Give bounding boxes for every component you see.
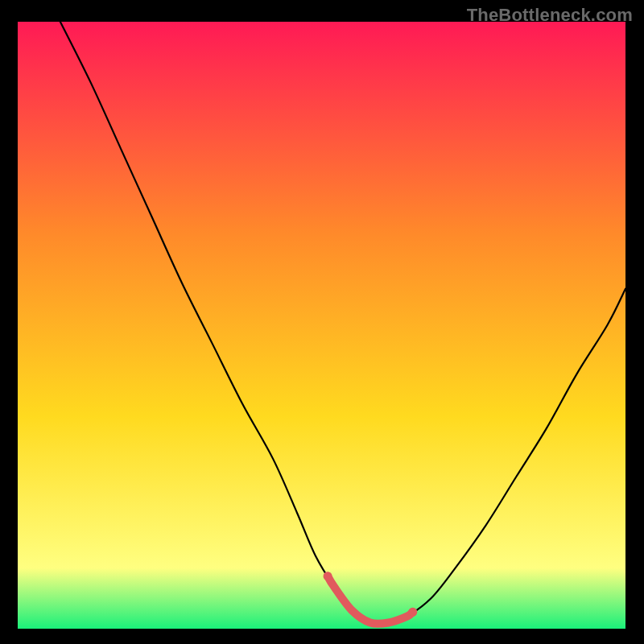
- watermark-text: TheBottleneck.com: [467, 5, 633, 26]
- chart-background-gradient: [18, 22, 625, 629]
- chart-svg: [18, 22, 625, 629]
- highlight-dot-left: [324, 572, 332, 580]
- highlight-dot-right: [408, 608, 417, 617]
- chart-container: [18, 22, 625, 629]
